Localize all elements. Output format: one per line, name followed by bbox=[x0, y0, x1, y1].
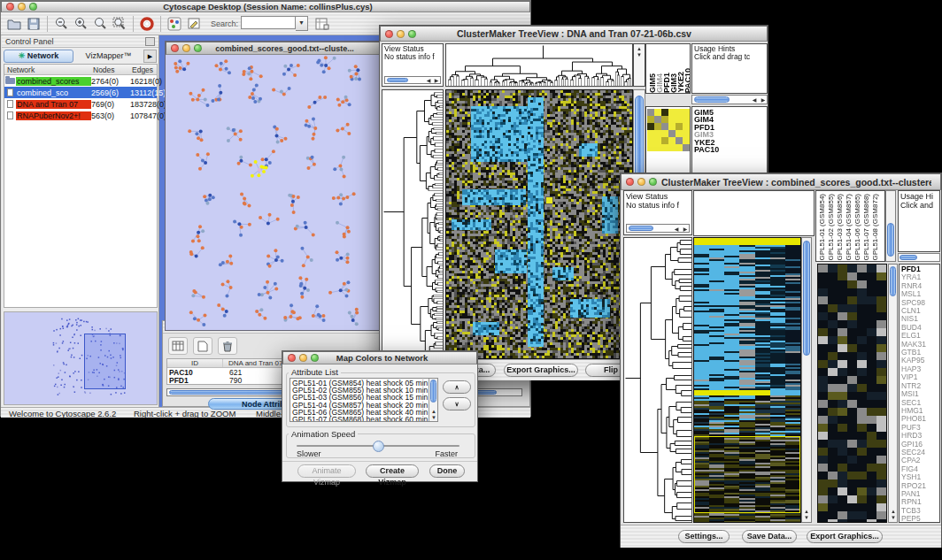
matrix-cell[interactable] bbox=[683, 144, 690, 151]
tv2-column-label[interactable]: GPL51-01 (GSM854) bbox=[818, 194, 826, 261]
treeview2-titlebar[interactable]: ClusterMaker TreeView : combined_scores_… bbox=[621, 173, 941, 190]
main-title-bar[interactable]: Cytoscape Desktop (Session Name: collins… bbox=[1, 1, 530, 12]
matrix-cell[interactable] bbox=[683, 130, 690, 137]
tv2-labels-scrollbar[interactable] bbox=[885, 190, 896, 262]
tv2-row-dendrogram[interactable] bbox=[623, 237, 692, 523]
matrix-cell[interactable] bbox=[661, 109, 668, 116]
matrix-cell[interactable] bbox=[676, 144, 683, 151]
tv2-heatmap[interactable] bbox=[693, 237, 801, 523]
matrix-cell[interactable] bbox=[661, 123, 668, 130]
network-table-row[interactable]: RNAPuberNov2+! 563(0) 107847(0) bbox=[4, 110, 157, 121]
matrix-cell[interactable] bbox=[654, 109, 661, 116]
vizmapper-icon[interactable] bbox=[166, 16, 183, 32]
close-button[interactable] bbox=[171, 44, 179, 52]
tv1-column-label[interactable]: GIM4 bbox=[655, 73, 662, 93]
attribute-listbox[interactable]: GPL51-01 (GSM854) heat shock 05 minGPL51… bbox=[290, 378, 438, 422]
tab-vizmapper[interactable]: VizMapper™ bbox=[74, 50, 143, 62]
table-icon[interactable] bbox=[168, 337, 188, 355]
gene-label[interactable]: PEP5 bbox=[901, 515, 939, 523]
birds-eye-view[interactable] bbox=[4, 311, 158, 405]
col-edges[interactable]: Edges bbox=[132, 65, 157, 74]
matrix-cell[interactable] bbox=[668, 137, 676, 144]
matrix-cell[interactable] bbox=[676, 116, 683, 123]
matrix-cell[interactable] bbox=[661, 130, 668, 137]
matrix-cell[interactable] bbox=[654, 123, 661, 130]
attribute-browser-icon[interactable] bbox=[313, 16, 331, 32]
tab-network[interactable]: ✳ Network bbox=[4, 50, 73, 63]
tv2-column-label[interactable]: GPL51-04 (GSM857) bbox=[845, 194, 853, 261]
tv2-zoom-heatmap[interactable] bbox=[817, 264, 887, 523]
help-lifering-icon[interactable] bbox=[138, 16, 156, 32]
tv2-gene-list[interactable]: PFD1YRA1RNR4MSL1SPC98CLN1NIS1BUD4ELG1MAK… bbox=[900, 265, 939, 523]
matrix-cell[interactable] bbox=[647, 123, 654, 130]
tv1-status-scrollbar[interactable]: ◀▶ bbox=[384, 76, 441, 84]
tab-overflow-arrow[interactable]: ▶ bbox=[143, 50, 157, 63]
matrix-cell[interactable] bbox=[647, 137, 654, 144]
tv2-heatmap-vscrollbar[interactable]: ▲▼ bbox=[801, 237, 812, 523]
tv1-hints-scrollbar[interactable]: ◀▶ bbox=[691, 95, 768, 104]
zoom-selected-icon[interactable] bbox=[91, 16, 109, 32]
tv1-heatmap[interactable] bbox=[445, 89, 633, 359]
save-icon[interactable] bbox=[25, 16, 42, 32]
matrix-cell[interactable] bbox=[661, 137, 668, 144]
zoom-button[interactable] bbox=[29, 3, 37, 11]
network-table-row[interactable]: combined_scores 2764(0) 16218(0) bbox=[4, 75, 157, 87]
new-attribute-icon[interactable] bbox=[193, 337, 212, 355]
tv2-column-label[interactable]: GPL51-02 (GSM855) bbox=[827, 194, 835, 261]
close-button[interactable] bbox=[626, 178, 634, 186]
minimize-button[interactable] bbox=[18, 3, 26, 11]
tv2-column-dendrogram[interactable] bbox=[693, 190, 815, 236]
minimize-button[interactable] bbox=[299, 354, 307, 362]
matrix-cell[interactable] bbox=[668, 109, 676, 116]
animate-vizmap-button[interactable]: Animate Vizmap bbox=[297, 464, 356, 478]
tv2-zoom-vscrollbar[interactable]: ▲▼ bbox=[888, 264, 898, 523]
matrix-cell[interactable] bbox=[668, 123, 676, 130]
close-button[interactable] bbox=[6, 3, 14, 11]
tv1-column-label[interactable]: PFD1 bbox=[662, 73, 669, 93]
tv2-column-label[interactable]: GPL51-08 (GSM872) bbox=[871, 194, 879, 261]
matrix-cell[interactable] bbox=[654, 130, 661, 137]
create-vizmap-button[interactable]: Create Vizmap bbox=[366, 464, 419, 478]
matrix-cell[interactable] bbox=[676, 130, 683, 137]
close-button[interactable] bbox=[385, 30, 393, 38]
tv1-row-dendrogram[interactable] bbox=[382, 89, 444, 359]
slider-thumb[interactable] bbox=[373, 441, 384, 452]
treeview1-titlebar[interactable]: ClusterMaker TreeView : DNA and Tran 07-… bbox=[380, 26, 768, 42]
matrix-cell[interactable] bbox=[668, 144, 676, 151]
matrix-cell[interactable] bbox=[683, 109, 690, 116]
matrix-cell[interactable] bbox=[661, 144, 668, 151]
zoom-button[interactable] bbox=[311, 354, 319, 362]
tv1-export-graphics-button[interactable]: Export Graphics... bbox=[504, 364, 578, 377]
matrix-cell[interactable] bbox=[654, 116, 661, 123]
matrix-cell[interactable] bbox=[676, 123, 683, 130]
zoom-in-icon[interactable] bbox=[72, 16, 89, 32]
gene-label[interactable]: PAC10 bbox=[694, 146, 767, 153]
open-file-icon[interactable] bbox=[5, 16, 23, 32]
matrix-cell[interactable] bbox=[647, 116, 654, 123]
matrix-cell[interactable] bbox=[676, 137, 683, 144]
network-frame-1-titlebar[interactable]: combined_scores_good.txt--cluste... bbox=[166, 42, 380, 55]
zoom-button[interactable] bbox=[194, 44, 202, 52]
matrix-cell[interactable] bbox=[647, 109, 654, 116]
tv1-zoom-matrix[interactable] bbox=[647, 109, 690, 151]
minimize-button[interactable] bbox=[637, 178, 645, 186]
tv2-column-label[interactable]: GPL51-07 (GSM868) bbox=[862, 194, 870, 261]
matrix-cell[interactable] bbox=[647, 144, 654, 151]
move-up-button[interactable]: ∧ bbox=[443, 380, 471, 394]
network-table-row[interactable]: DNA and Tran 07 769(0) 183728(0) bbox=[4, 98, 157, 110]
matrix-cell[interactable] bbox=[668, 130, 676, 137]
zoom-button[interactable] bbox=[408, 30, 416, 38]
zoom-fit-icon[interactable] bbox=[111, 16, 128, 32]
delete-attribute-icon[interactable] bbox=[218, 337, 237, 355]
matrix-cell[interactable] bbox=[647, 130, 654, 137]
tv1-column-dendrogram[interactable] bbox=[445, 43, 633, 87]
network-table-row[interactable]: combined_sco 2569(6) 13112(15) bbox=[4, 87, 157, 98]
tv2-column-label[interactable]: GPL51-03 (GSM856) bbox=[836, 194, 844, 261]
matrix-cell[interactable] bbox=[683, 137, 690, 144]
matrix-cell[interactable] bbox=[683, 116, 690, 123]
search-dropdown-button[interactable]: ▼ bbox=[296, 16, 308, 31]
network-view-canvas[interactable] bbox=[166, 55, 380, 330]
matrix-cell[interactable] bbox=[654, 137, 661, 144]
done-button[interactable]: Done bbox=[429, 464, 465, 478]
zoom-button[interactable] bbox=[649, 178, 657, 186]
